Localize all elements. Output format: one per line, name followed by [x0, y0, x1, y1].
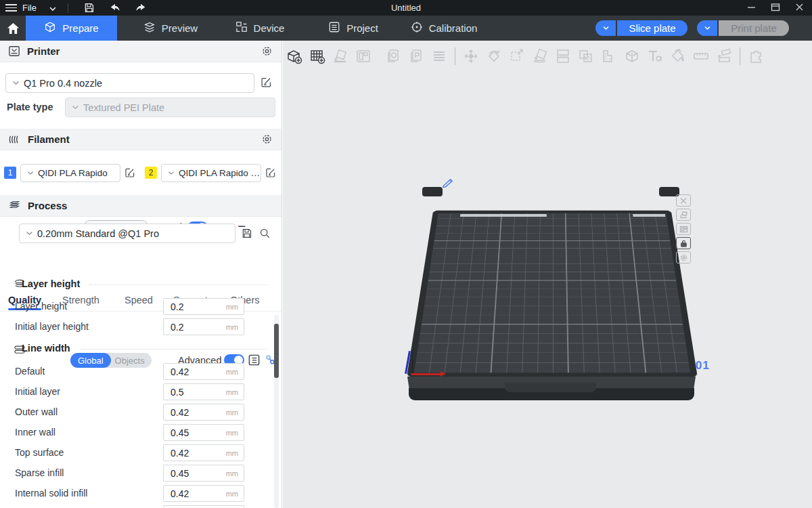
segment-global[interactable]: Global: [70, 353, 111, 368]
plate-settings-icon[interactable]: [676, 251, 691, 263]
tab-calibration[interactable]: Calibration: [398, 16, 490, 41]
delete-plate-icon[interactable]: [676, 194, 691, 207]
filament-1-edit-icon[interactable]: [125, 167, 135, 178]
unit-label: mm: [226, 368, 238, 376]
param-input-initial-layer-height: mm: [163, 318, 244, 335]
add-plate-icon[interactable]: [306, 45, 329, 68]
undo-icon[interactable]: [108, 2, 122, 14]
slice-options-chevron[interactable]: [595, 20, 616, 36]
search-preset-icon[interactable]: [259, 228, 271, 242]
copy-icon[interactable]: [382, 45, 405, 68]
tab-label: Preview: [162, 22, 198, 34]
filament-1-select[interactable]: QIDI PLA Rapido: [20, 164, 120, 182]
plate-type-value: Textured PEI Plate: [83, 102, 164, 113]
variable-layer-height-icon[interactable]: [597, 45, 621, 68]
value-field[interactable]: [164, 486, 222, 501]
process-tab-speed[interactable]: Speed: [125, 295, 153, 305]
param-label: Initial layer height: [15, 321, 89, 332]
tab-preview[interactable]: Preview: [133, 16, 208, 41]
rotate-tool-icon[interactable]: [482, 45, 505, 68]
measure-tool-icon[interactable]: [690, 45, 713, 68]
filament-icon: [8, 134, 21, 145]
split-objects-icon[interactable]: [551, 45, 574, 68]
lock-plate-icon[interactable]: [676, 237, 691, 249]
tab-project[interactable]: Project: [317, 16, 390, 41]
value-field[interactable]: [164, 404, 222, 420]
tab-label: Project: [346, 22, 378, 34]
assembly-view-icon[interactable]: [744, 45, 767, 68]
add-object-icon[interactable]: [283, 45, 306, 68]
param-input-top-surface: mm: [163, 444, 244, 461]
file-menu-chevron-icon[interactable]: [49, 2, 57, 14]
param-input-internal-solid-infill: mm: [163, 485, 244, 502]
close-button[interactable]: [795, 2, 804, 14]
parameter-list-icon[interactable]: [248, 354, 261, 369]
segment-objects[interactable]: Objects: [111, 356, 152, 366]
minimize-button[interactable]: [747, 2, 756, 14]
save-preset-icon[interactable]: [241, 228, 252, 242]
auto-arrange-icon[interactable]: [352, 45, 375, 68]
plate-name-edit-icon[interactable]: [442, 177, 454, 190]
printer-edit-icon[interactable]: [261, 77, 272, 88]
auto-orient-icon[interactable]: [329, 45, 352, 68]
maximize-button[interactable]: [771, 2, 780, 14]
tab-device[interactable]: Device: [223, 16, 296, 41]
param-label: Top surface: [15, 447, 64, 458]
lay-on-face-icon[interactable]: [528, 45, 551, 68]
plate-type-select[interactable]: Textured PEI Plate: [65, 98, 275, 117]
layers-list-icon[interactable]: [428, 45, 451, 68]
value-field[interactable]: [164, 364, 222, 379]
seam-paint-icon[interactable]: [713, 45, 736, 68]
titlebar-divider: [68, 3, 68, 13]
paint-tool-icon[interactable]: [667, 45, 690, 68]
global-objects-segment[interactable]: Global Objects: [70, 353, 152, 368]
redo-icon[interactable]: [133, 2, 148, 14]
filament-1-value: QIDI PLA Rapido: [38, 168, 108, 178]
main-menu-icon[interactable]: [5, 4, 17, 12]
file-menu[interactable]: File: [22, 3, 37, 13]
process-tab-strength[interactable]: Strength: [62, 295, 99, 305]
print-options-chevron[interactable]: [697, 20, 717, 36]
z-axis-dashed-line: [412, 350, 413, 374]
value-field[interactable]: [164, 425, 222, 440]
unit-label: mm: [226, 490, 238, 498]
filament-2-select[interactable]: QIDI PLA Rapido M...: [161, 164, 261, 182]
value-field[interactable]: [164, 299, 222, 314]
param-input-outer-wall: mm: [163, 404, 244, 421]
home-button[interactable]: [0, 16, 26, 41]
paste-icon[interactable]: [405, 45, 428, 68]
tab-prepare[interactable]: Prepare: [26, 16, 117, 41]
printer-select[interactable]: Q1 Pro 0.4 nozzle: [5, 73, 254, 93]
printer-settings-gear-icon[interactable]: [261, 45, 273, 57]
print-plate-button[interactable]: Print plate: [719, 20, 789, 36]
viewport-3d[interactable]: 01: [283, 41, 812, 508]
param-input-sparse-infill: mm: [163, 465, 244, 482]
save-icon[interactable]: [82, 2, 97, 14]
cut-tool-icon[interactable]: [621, 45, 644, 68]
orient-plate-icon[interactable]: [676, 209, 691, 221]
boolean-mesh-icon[interactable]: [574, 45, 597, 68]
plate-number-label: 01: [696, 359, 710, 373]
calibration-icon: [411, 21, 423, 35]
arrange-plate-icon[interactable]: [676, 223, 691, 235]
param-label: Default: [15, 366, 45, 377]
text-tool-icon[interactable]: [644, 45, 667, 68]
value-field[interactable]: [164, 319, 222, 335]
filament-2-edit-icon[interactable]: [265, 167, 276, 178]
value-field[interactable]: [164, 384, 222, 400]
move-tool-icon[interactable]: [459, 45, 482, 68]
build-plate-surface: [407, 211, 698, 377]
process-preset-select[interactable]: 0.20mm Standard @Q1 Pro: [19, 224, 235, 243]
chevron-down-icon: [27, 171, 34, 175]
scrollbar-thumb[interactable]: [274, 324, 279, 378]
param-label: Internal solid infill: [15, 488, 87, 499]
filament-settings-gear-icon[interactable]: [261, 133, 273, 145]
value-field[interactable]: [164, 465, 222, 481]
process-layers-icon: [8, 200, 21, 211]
sidebar-scrollbar[interactable]: [274, 315, 279, 508]
scale-tool-icon[interactable]: [505, 45, 528, 68]
slice-plate-button[interactable]: Slice plate: [617, 20, 687, 36]
plate-type-label: Plate type: [7, 102, 53, 112]
layer-height-section-title: Layer height: [22, 278, 80, 289]
value-field[interactable]: [164, 445, 222, 461]
